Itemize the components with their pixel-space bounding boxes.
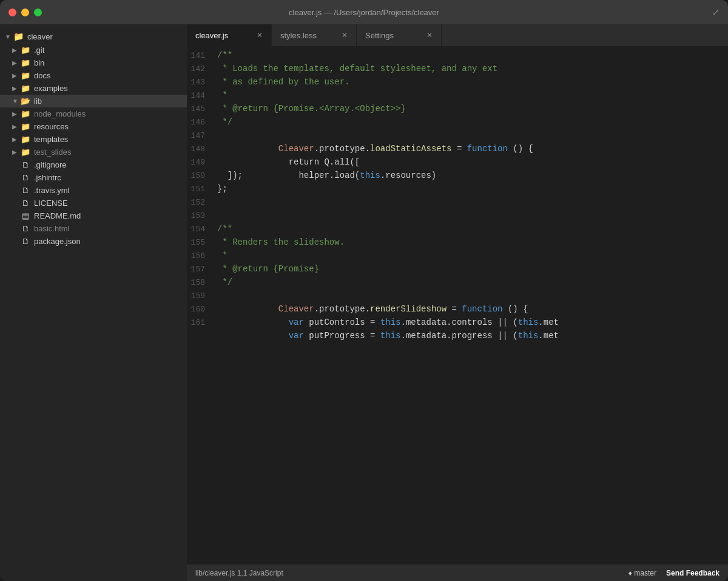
docs-arrow-icon: ▶ xyxy=(12,72,18,79)
line-content-155: * Renders the slideshow. xyxy=(217,236,345,249)
code-lines: 141 /** 142 * Loads the templates, defau… xyxy=(187,46,728,331)
node-folder-icon: 📁 xyxy=(21,109,30,118)
line-num-161: 161 xyxy=(187,316,217,330)
sidebar-item-bin[interactable]: ▶ 📁 bin xyxy=(0,56,187,69)
code-line-153: 153 xyxy=(187,209,728,222)
sidebar-item-lib[interactable]: ▼ 📂 lib xyxy=(0,95,187,107)
main-container: ▼ 📁 cleaver ▶ 📁 .git ▶ 📁 bin ▶ 📁 docs ▶ … xyxy=(0,24,728,581)
jshintrc-file-icon: 🗋 xyxy=(21,173,30,182)
line-num-142: 142 xyxy=(187,63,217,76)
sidebar-item-examples[interactable]: ▶ 📁 examples xyxy=(0,82,187,95)
send-feedback-button[interactable]: Send Feedback xyxy=(666,569,720,577)
tab-cleaver-js[interactable]: cleaver.js ✕ xyxy=(187,24,272,46)
tab-styles-less-label: styles.less xyxy=(280,31,317,40)
root-arrow-icon: ▼ xyxy=(5,33,11,40)
sidebar-item-jshintrc[interactable]: 🗋 .jshintrc xyxy=(0,171,187,184)
sidebar-package-label: package.json xyxy=(34,237,81,246)
sidebar-node-label: node_modules xyxy=(34,109,86,118)
line-content-144: * xyxy=(217,89,228,102)
sidebar-item-gitignore[interactable]: 🗋 .gitignore xyxy=(0,158,187,171)
line-content-161: var putProgress = this.metadata.progress… xyxy=(217,316,559,356)
sidebar-item-travis[interactable]: 🗋 .travis.yml xyxy=(0,184,187,197)
sidebar-item-basic[interactable]: 🗋 basic.html xyxy=(0,222,187,235)
node-arrow-icon: ▶ xyxy=(12,110,18,117)
sidebar-item-resources[interactable]: ▶ 📁 resources xyxy=(0,120,187,133)
line-content-151: }; xyxy=(217,182,228,195)
package-spacer xyxy=(12,238,18,245)
tab-cleaver-js-close[interactable]: ✕ xyxy=(257,31,263,39)
status-left: lib/cleaver.js 1,1 JavaScript xyxy=(195,569,629,577)
sidebar-examples-label: examples xyxy=(34,84,68,93)
line-num-144: 144 xyxy=(187,89,217,103)
code-line-145: 145 * @return {Promise.<Array.<Object>>} xyxy=(187,102,728,115)
close-button[interactable] xyxy=(8,8,16,16)
tab-settings[interactable]: Settings ✕ xyxy=(357,24,442,46)
lib-folder-icon: 📂 xyxy=(21,97,30,106)
line-num-159: 159 xyxy=(187,290,217,303)
tab-settings-close[interactable]: ✕ xyxy=(426,31,433,39)
line-content-149: helper.load(this.resources) xyxy=(217,155,436,195)
code-line-158: 158 */ xyxy=(187,276,728,289)
line-content-150: ]); xyxy=(217,169,243,182)
line-num-157: 157 xyxy=(187,263,217,276)
resources-folder-icon: 📁 xyxy=(21,122,30,131)
sidebar-root-item[interactable]: ▼ 📁 cleaver xyxy=(0,29,187,44)
sidebar-git-label: .git xyxy=(34,46,44,55)
sidebar: ▼ 📁 cleaver ▶ 📁 .git ▶ 📁 bin ▶ 📁 docs ▶ … xyxy=(0,24,187,581)
editor-content[interactable]: 141 /** 142 * Loads the templates, defau… xyxy=(187,46,728,564)
line-num-150: 150 xyxy=(187,169,217,183)
code-line-147: 147 Cleaver.prototype.loadStaticAssets =… xyxy=(187,129,728,142)
sidebar-lib-label: lib xyxy=(34,97,42,106)
root-folder-icon: 📁 xyxy=(13,32,24,41)
lib-arrow-icon: ▼ xyxy=(12,98,18,104)
line-content-141: /** xyxy=(217,49,232,62)
tab-styles-less-close[interactable]: ✕ xyxy=(342,31,348,39)
sidebar-jshintrc-label: .jshintrc xyxy=(34,173,61,182)
status-git: ♦ master xyxy=(629,569,656,577)
line-num-141: 141 xyxy=(187,49,217,63)
sidebar-root-label: cleaver xyxy=(27,32,53,41)
test-slides-folder-icon: 📁 xyxy=(21,148,30,157)
gitignore-spacer xyxy=(12,161,18,168)
sidebar-basic-label: basic.html xyxy=(34,224,70,233)
sidebar-item-test-slides[interactable]: ▶ 📁 test_slides xyxy=(0,146,187,158)
line-num-156: 156 xyxy=(187,250,217,263)
sidebar-item-package[interactable]: 🗋 package.json xyxy=(0,235,187,248)
code-line-159: 159 Cleaver.prototype.renderSlideshow = … xyxy=(187,289,728,302)
maximize-button[interactable] xyxy=(34,8,42,16)
bin-arrow-icon: ▶ xyxy=(12,59,18,66)
sidebar-item-docs[interactable]: ▶ 📁 docs xyxy=(0,69,187,82)
package-file-icon: 🗋 xyxy=(21,237,30,246)
tab-styles-less[interactable]: styles.less ✕ xyxy=(272,24,357,46)
minimize-button[interactable] xyxy=(21,8,29,16)
basic-spacer xyxy=(12,225,18,232)
line-content-156: * xyxy=(217,249,228,262)
sidebar-item-license[interactable]: 🗋 LICENSE xyxy=(0,197,187,209)
line-num-146: 146 xyxy=(187,116,217,129)
git-arrow-icon: ▶ xyxy=(12,47,18,53)
code-line-141: 141 /** xyxy=(187,49,728,62)
sidebar-item-git[interactable]: ▶ 📁 .git xyxy=(0,44,187,56)
code-line-142: 142 * Loads the templates, default style… xyxy=(187,62,728,75)
sidebar-item-readme[interactable]: ▤ README.md xyxy=(0,209,187,222)
sidebar-item-templates[interactable]: ▶ 📁 templates xyxy=(0,133,187,146)
tab-cleaver-js-label: cleaver.js xyxy=(195,31,228,40)
line-content-158: */ xyxy=(217,276,232,289)
tab-settings-label: Settings xyxy=(365,31,394,40)
license-spacer xyxy=(12,200,18,206)
code-line-155: 155 * Renders the slideshow. xyxy=(187,236,728,249)
code-line-160: 160 var putControls = this.metadata.cont… xyxy=(187,302,728,316)
expand-icon[interactable]: ⤢ xyxy=(712,7,720,18)
templates-arrow-icon: ▶ xyxy=(12,136,18,143)
code-line-144: 144 * xyxy=(187,89,728,102)
sidebar-test-slides-label: test_slides xyxy=(34,148,71,157)
line-num-151: 151 xyxy=(187,183,217,196)
status-right: ♦ master Send Feedback xyxy=(629,569,720,577)
code-line-146: 146 */ xyxy=(187,115,728,129)
code-line-156: 156 * xyxy=(187,249,728,262)
sidebar-gitignore-label: .gitignore xyxy=(34,160,66,169)
sidebar-docs-label: docs xyxy=(34,71,50,80)
license-file-icon: 🗋 xyxy=(21,199,30,208)
git-folder-icon: 📁 xyxy=(21,46,30,55)
sidebar-item-node-modules[interactable]: ▶ 📁 node_modules xyxy=(0,107,187,120)
